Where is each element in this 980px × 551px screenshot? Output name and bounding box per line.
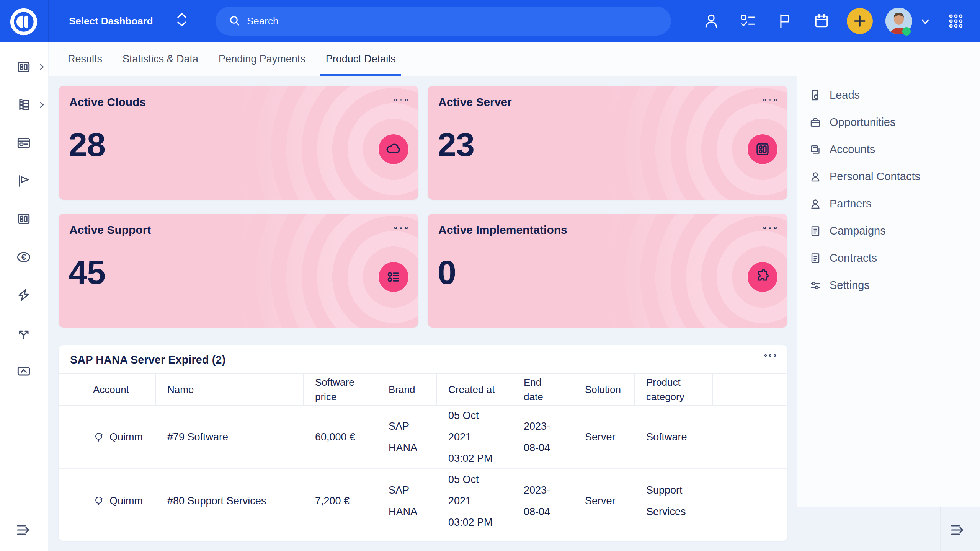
table-menu-button[interactable] bbox=[764, 354, 776, 357]
column-header-created-at[interactable]: Created at bbox=[437, 374, 512, 405]
topbar-divider bbox=[48, 0, 49, 42]
app-logo-icon[interactable] bbox=[9, 7, 38, 36]
kpi-card-active-support: Active Support 45 bbox=[59, 214, 418, 328]
card-menu-button[interactable] bbox=[394, 99, 408, 101]
tab-results[interactable]: Results bbox=[62, 42, 108, 76]
tab-pending-payments[interactable]: Pending Payments bbox=[213, 42, 311, 76]
column-header-name[interactable]: Name bbox=[156, 374, 304, 405]
kpi-card-active-server: Active Server 23 bbox=[428, 86, 787, 200]
calendar-icon[interactable] bbox=[813, 13, 830, 29]
nav-item-campaigns[interactable]: Campaigns bbox=[797, 217, 980, 245]
kpi-title: Active Implementations bbox=[438, 223, 567, 236]
kpi-value: 23 bbox=[438, 126, 474, 164]
kpi-title: Active Server bbox=[438, 96, 512, 109]
nav-item-leads[interactable]: Leads bbox=[797, 82, 980, 109]
search-placeholder: Search bbox=[247, 15, 278, 27]
kpi-value: 28 bbox=[69, 126, 105, 164]
tasks-icon[interactable] bbox=[740, 13, 756, 29]
puzzle-icon bbox=[748, 262, 777, 292]
card-menu-button[interactable] bbox=[763, 99, 777, 101]
overlapping-cards-icon bbox=[809, 143, 822, 156]
right-panel-collapse-button[interactable] bbox=[949, 521, 967, 539]
kpi-card-active-implementations: Active Implementations 0 bbox=[428, 214, 787, 328]
sidebar-browser-icon[interactable] bbox=[15, 135, 32, 152]
online-status-dot bbox=[902, 27, 911, 36]
flag-icon[interactable] bbox=[776, 13, 793, 29]
sidebar-tree-expand-icon[interactable] bbox=[38, 101, 45, 108]
sidebar-collapse-button[interactable] bbox=[15, 521, 33, 539]
sliders-icon bbox=[809, 279, 822, 292]
table-card: SAP HANA Server Expired (2) Account Name… bbox=[59, 345, 787, 541]
sidebar-tree-icon[interactable] bbox=[15, 96, 32, 113]
kpi-title: Active Clouds bbox=[69, 96, 146, 109]
search-icon bbox=[229, 15, 241, 27]
sidebar-dashboard-icon[interactable] bbox=[15, 59, 32, 75]
column-header-empty bbox=[713, 374, 787, 405]
topbar: Select Dashboard Search bbox=[0, 0, 980, 42]
document-lines-icon bbox=[809, 225, 822, 237]
kpi-value: 0 bbox=[438, 253, 456, 292]
kpi-value: 45 bbox=[69, 253, 105, 292]
nav-item-settings[interactable]: Settings bbox=[797, 272, 980, 299]
svg-text:€: € bbox=[21, 252, 26, 262]
table-title: SAP HANA Server Expired (2) bbox=[70, 354, 225, 366]
server-panel-icon bbox=[748, 134, 777, 164]
bottom-right-divider bbox=[940, 507, 941, 551]
table-row[interactable]: Quimm #80 Support Services 7,200 € SAP H… bbox=[59, 468, 787, 532]
tab-statistics-data[interactable]: Statistics & Data bbox=[117, 42, 204, 76]
sidebar-branch-icon[interactable] bbox=[15, 324, 32, 341]
cloud-icon bbox=[379, 134, 408, 164]
support-list-icon bbox=[379, 262, 408, 292]
column-header-account[interactable]: Account bbox=[59, 374, 156, 405]
person-icon bbox=[809, 171, 822, 183]
document-lines-icon bbox=[809, 252, 822, 264]
sidebar-divider bbox=[8, 514, 41, 514]
sidebar-tray-icon[interactable] bbox=[15, 363, 32, 380]
nav-item-contracts[interactable]: Contracts bbox=[797, 245, 980, 272]
add-button[interactable] bbox=[847, 8, 873, 34]
nav-item-accounts[interactable]: Accounts bbox=[797, 136, 980, 163]
person-icon bbox=[809, 198, 822, 210]
card-menu-button[interactable] bbox=[763, 227, 777, 229]
column-header-brand[interactable]: Brand bbox=[377, 374, 437, 405]
avatar-chevron-down-icon[interactable] bbox=[920, 17, 931, 26]
search-input[interactable]: Search bbox=[216, 7, 671, 36]
right-panel: Leads Opportunities Accounts Personal Co… bbox=[797, 42, 980, 507]
sidebar-panel-icon[interactable] bbox=[15, 210, 32, 227]
column-header-software-price[interactable]: Software price bbox=[304, 374, 377, 405]
dashboard-content: Active Clouds 28 Active Server 23 Active… bbox=[49, 76, 797, 551]
sidebar-dashboard-expand-icon[interactable] bbox=[38, 64, 45, 70]
lead-document-icon bbox=[809, 89, 822, 101]
dashboard-selector-chevrons-icon[interactable] bbox=[177, 13, 187, 27]
nav-item-personal-contacts[interactable]: Personal Contacts bbox=[797, 163, 980, 190]
dashboard-selector[interactable]: Select Dashboard bbox=[69, 0, 153, 42]
tabstrip: Results Statistics & Data Pending Paymen… bbox=[49, 42, 797, 76]
table-header: Account Name Software price Brand Create… bbox=[59, 373, 787, 406]
contacts-icon[interactable] bbox=[703, 13, 720, 29]
kpi-card-active-clouds: Active Clouds 28 bbox=[59, 86, 418, 200]
table-row[interactable]: Quimm #79 Software 60,000 € SAP HANA 05 … bbox=[59, 406, 787, 468]
tab-product-details[interactable]: Product Details bbox=[320, 42, 401, 76]
column-header-product-category[interactable]: Product category bbox=[635, 374, 713, 405]
sidebar-pennant-icon[interactable] bbox=[15, 173, 32, 189]
kpi-title: Active Support bbox=[69, 223, 151, 236]
card-menu-button[interactable] bbox=[394, 227, 408, 229]
nav-item-opportunities[interactable]: Opportunities bbox=[797, 109, 980, 136]
briefcase-icon bbox=[809, 116, 822, 129]
column-header-end-date[interactable]: End date bbox=[512, 374, 573, 405]
account-icon bbox=[93, 431, 105, 443]
apps-grid-icon[interactable] bbox=[947, 13, 964, 29]
column-header-solution[interactable]: Solution bbox=[573, 374, 635, 405]
sidebar-lightning-icon[interactable] bbox=[15, 287, 32, 303]
nav-item-partners[interactable]: Partners bbox=[797, 190, 980, 217]
account-icon bbox=[93, 495, 105, 507]
sidebar-euro-icon[interactable]: € bbox=[15, 249, 32, 266]
